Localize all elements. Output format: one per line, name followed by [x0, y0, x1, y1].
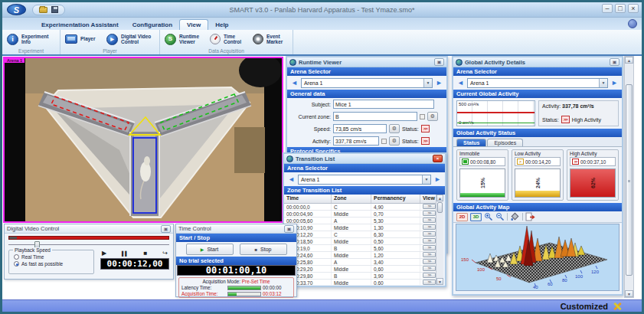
time-control-titlebar[interactable]: Time Control ▣ [176, 224, 296, 234]
close-button[interactable]: × [628, 4, 639, 13]
time-control-button[interactable]: Time Control [210, 34, 247, 45]
current-zone-checkbox[interactable] [420, 114, 425, 119]
transition-list-close-icon[interactable]: × [433, 155, 443, 162]
global-activity-titlebar[interactable]: Global Activity Details ▣ [453, 57, 622, 67]
activity-graph: 500 cm²/s 0 cm²/s [456, 100, 535, 126]
maximize-button[interactable]: □ [615, 4, 626, 13]
chevron-down-icon[interactable]: ▼ [423, 79, 432, 87]
view-button[interactable]: >> [423, 224, 436, 230]
chevron-down-icon[interactable]: ▼ [422, 175, 430, 184]
tab-experimentation-assistant[interactable]: Experimentation Assistant [34, 20, 126, 30]
cell-permanency: 3,40 [371, 259, 420, 265]
table-row: 00:00:29,20Middle0,60>> [284, 266, 436, 273]
activity-settings-icon[interactable]: ⚙ [389, 136, 400, 146]
transition-list-titlebar[interactable]: Transition List × [284, 154, 445, 164]
start-button[interactable]: ▶ Start [186, 244, 234, 255]
chevron-down-icon[interactable]: ▼ [599, 79, 607, 87]
view-button[interactable]: >> [423, 259, 436, 264]
activity-checkbox[interactable] [381, 139, 387, 144]
current-zone-field[interactable]: B [333, 112, 417, 121]
tab-configuration[interactable]: Configuration [126, 20, 179, 30]
activity-field[interactable]: 337,78 cm²/s [333, 136, 379, 146]
view-button[interactable]: >> [423, 245, 436, 250]
scrollbar-thumb[interactable] [437, 202, 443, 213]
scroll-down-icon[interactable]: ▼ [625, 290, 633, 297]
prev-arena-icon[interactable]: ◄ [457, 80, 464, 87]
column-permanency[interactable]: Permanency [371, 195, 420, 203]
minimize-button[interactable]: – [602, 4, 613, 13]
event-marker-button[interactable]: Event Marker [253, 34, 288, 45]
view-button[interactable]: >> [423, 238, 436, 244]
view-button[interactable]: >> [423, 204, 436, 209]
view-button[interactable]: >> [423, 266, 436, 271]
play-icon[interactable]: ▶ [102, 250, 106, 257]
next-arena-icon[interactable]: ► [434, 176, 441, 183]
gear-icon[interactable]: ⚙ [427, 112, 438, 121]
dvc-titlebar[interactable]: Digital Video Control ▣ [5, 224, 173, 234]
player-button[interactable]: Player [65, 34, 100, 44]
speed-settings-icon[interactable]: ⚙ [389, 124, 400, 133]
column-time[interactable]: Time [284, 195, 332, 203]
arena-select[interactable]: Arena 1 ▼ [298, 175, 431, 185]
scrollbar-thumb[interactable] [626, 84, 633, 276]
high-activity-label: High Activity [570, 151, 616, 156]
next-arena-icon[interactable]: ► [611, 80, 618, 87]
fill-color-icon[interactable] [510, 212, 520, 221]
tab-help[interactable]: Help [208, 20, 235, 30]
scroll-up-icon[interactable]: ▲ [625, 57, 633, 64]
customize-tools-icon[interactable] [613, 302, 622, 311]
workspace-scrollbar[interactable]: ▲ ▼ [624, 56, 634, 298]
view-button[interactable]: >> [423, 211, 436, 216]
experiment-info-button[interactable]: i Experiment Info [7, 34, 55, 45]
speed-field[interactable]: 73,85 cm/s [333, 124, 387, 133]
map-3d-button[interactable]: 3D [470, 213, 482, 221]
jump-icon[interactable]: ↪ [162, 250, 168, 257]
scroll-up-icon[interactable]: ▲ [436, 195, 443, 201]
event-marker-icon [253, 34, 263, 44]
runtime-viewer-button[interactable]: S Runtime Viewer [165, 34, 204, 45]
map-2d-button[interactable]: 2D [456, 213, 468, 221]
real-time-label: Real Time [21, 254, 44, 260]
time-control-close-icon[interactable]: ▣ [284, 225, 294, 233]
start-icon: ▶ [201, 247, 204, 252]
view-button[interactable]: >> [423, 218, 436, 223]
tab-status[interactable]: Status [456, 139, 486, 146]
digital-video-control-button[interactable]: ▶ Digital Video Control [106, 34, 155, 45]
table-scrollbar[interactable]: ▲ ▼ [436, 195, 443, 285]
zoom-in-icon[interactable] [484, 212, 493, 221]
global-activity-close-icon[interactable]: ▣ [610, 58, 619, 66]
pause-icon[interactable]: ▌▌ [122, 251, 129, 256]
prev-arena-icon[interactable]: ◄ [288, 176, 295, 183]
video-viewer[interactable]: Arena 1 [3, 57, 283, 223]
column-zone[interactable]: Zone [332, 195, 371, 203]
tab-view[interactable]: View [179, 19, 208, 30]
activity-map-3d[interactable]: 150 100 50 40 60 80 100 120 [456, 224, 619, 291]
stop-icon[interactable]: ■ [144, 250, 148, 257]
runtime-viewer-close-icon[interactable]: ▣ [434, 58, 444, 66]
tab-episodes[interactable]: Episodes [487, 139, 523, 146]
runtime-viewer-titlebar[interactable]: Runtime Viewer ▣ [287, 57, 446, 67]
view-button[interactable]: >> [423, 273, 436, 278]
video-progress-bar[interactable] [8, 236, 169, 240]
immobile-time: 00:00:08,80 [470, 159, 495, 165]
next-arena-icon[interactable]: ► [436, 80, 443, 87]
export-report-icon[interactable] [525, 212, 536, 221]
radio-as-fast-as-possible[interactable]: As fast as possible [14, 261, 93, 267]
acquisition-group: Acquisition Mode: Pre-Set Time Latency T… [178, 277, 294, 298]
arena-select[interactable]: Arena 1 ▼ [467, 78, 608, 88]
scroll-down-icon[interactable]: ▼ [436, 278, 443, 285]
view-button[interactable]: >> [423, 252, 436, 257]
prev-arena-icon[interactable]: ◄ [291, 80, 298, 87]
radio-real-time[interactable]: Real Time [14, 254, 93, 260]
dvc-close-icon[interactable]: ▣ [161, 225, 171, 233]
subject-field[interactable]: Mice 1 [333, 100, 434, 109]
arena-select[interactable]: Arena 1 ▼ [301, 78, 433, 88]
view-button[interactable]: >> [423, 231, 436, 237]
stop-button[interactable]: ■ Stop [240, 244, 287, 255]
low-activity-label: Low Activity [515, 151, 561, 156]
help-icon[interactable] [628, 19, 637, 28]
runtime-viewer-label: Runtime Viewer [179, 34, 204, 45]
table-header: Time Zone Permanency View [284, 195, 436, 204]
view-button[interactable]: >> [423, 280, 436, 285]
zoom-out-icon[interactable] [495, 212, 505, 221]
